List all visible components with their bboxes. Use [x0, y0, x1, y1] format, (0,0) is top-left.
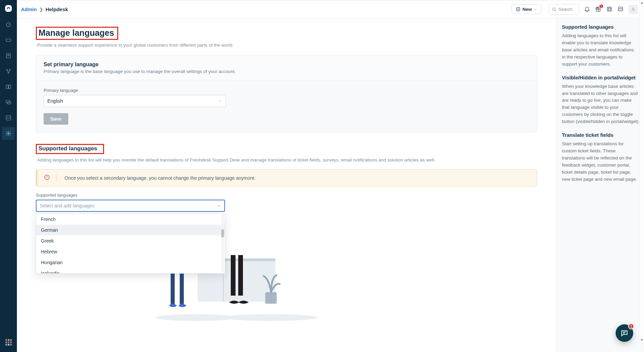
- help-title-3: Translate ticket fields: [562, 132, 639, 138]
- breadcrumb-current: Helpdesk: [46, 6, 68, 12]
- supported-section: Supported languages Adding languages to …: [36, 144, 537, 212]
- warning-text: Once you select a secondary language, yo…: [65, 175, 256, 181]
- gift-badge: 1: [599, 4, 604, 9]
- help-body-3: Start setting up translations for custom…: [562, 141, 639, 183]
- nav-tickets[interactable]: [0, 32, 17, 48]
- topbar: Admin ❯ Helpdesk New Search 1: [17, 0, 644, 19]
- svg-rect-3: [6, 53, 10, 58]
- supported-languages-field: Supported languages Select and add langu…: [36, 193, 537, 212]
- svg-rect-16: [607, 8, 612, 11]
- chat-badge: 1: [628, 323, 634, 329]
- svg-point-4: [8, 54, 9, 56]
- brand-logo[interactable]: [0, 0, 17, 17]
- help-body-1: Adding languages to this list will enabl…: [562, 32, 639, 68]
- help-title-1: Supported languages: [562, 24, 639, 30]
- card-title: Set primary language: [44, 61, 529, 68]
- chevron-up-icon: [217, 204, 221, 208]
- svg-point-7: [8, 72, 9, 73]
- content: Manage languages Provide a seamless supp…: [17, 19, 556, 352]
- svg-point-13: [552, 8, 555, 10]
- warning-banner: Once you select a secondary language, yo…: [36, 169, 537, 186]
- dropdown-scrollbar[interactable]: [221, 215, 224, 273]
- apps-launcher-icon[interactable]: [5, 339, 11, 345]
- option-german[interactable]: German: [36, 225, 225, 235]
- svg-rect-8: [6, 100, 10, 103]
- notifications-icon[interactable]: [584, 6, 590, 13]
- supported-title-wrap: Supported languages: [36, 144, 104, 154]
- breadcrumb: Admin ❯ Helpdesk: [21, 6, 68, 12]
- card-header: Set primary language Primary language is…: [36, 55, 537, 80]
- help-title-2: Visible/Hidden in portal/widget: [562, 75, 639, 80]
- body: Manage languages Provide a seamless supp…: [17, 19, 644, 352]
- nav-social[interactable]: [0, 64, 17, 79]
- help-panel: Supported languages Adding languages to …: [556, 19, 644, 352]
- page-subtitle: Provide a seamless support experience to…: [37, 43, 537, 48]
- nav-dashboard[interactable]: [0, 17, 17, 32]
- option-french[interactable]: French: [36, 214, 225, 225]
- nav-contacts[interactable]: [0, 48, 17, 64]
- left-nav: [0, 0, 17, 352]
- page-title: Manage languages: [36, 27, 118, 40]
- option-greek[interactable]: Greek: [36, 235, 225, 246]
- chat-fab[interactable]: 1: [616, 324, 633, 342]
- svg-point-19: [155, 314, 237, 321]
- page-title-wrap: Manage languages: [36, 27, 118, 40]
- new-button[interactable]: New: [512, 4, 541, 14]
- supported-subtitle: Adding languages to this list will help …: [37, 157, 537, 162]
- svg-point-11: [8, 133, 9, 134]
- svg-point-20: [223, 314, 318, 321]
- supported-title: Supported languages: [39, 145, 97, 152]
- new-button-label: New: [522, 7, 532, 12]
- card-body: Primary language English Save: [36, 80, 537, 132]
- save-button[interactable]: Save: [44, 113, 68, 125]
- option-icelandic[interactable]: Icelandic: [36, 268, 225, 273]
- language-dropdown: French German Greek Hebrew Hungarian Ice…: [36, 213, 225, 274]
- scroll-down-icon[interactable]: ▼: [640, 337, 644, 343]
- nav-forums[interactable]: [0, 95, 17, 110]
- warning-icon: [44, 174, 56, 181]
- primary-language-card: Set primary language Primary language is…: [36, 55, 537, 132]
- avatar[interactable]: [628, 5, 638, 14]
- help-body-2: When your knowledge base articles are tr…: [562, 83, 639, 126]
- svg-rect-2: [6, 39, 11, 42]
- supported-languages-input[interactable]: Select and add languages: [36, 200, 225, 212]
- supported-languages-placeholder: Select and add languages: [40, 203, 95, 208]
- primary-language-value: English: [47, 98, 63, 104]
- marketplace-icon[interactable]: [606, 6, 613, 13]
- chevron-down-icon: [218, 99, 222, 103]
- main-area: Admin ❯ Helpdesk New Search 1: [17, 0, 644, 352]
- store-icon[interactable]: [617, 6, 624, 13]
- nav-solutions[interactable]: [0, 79, 17, 95]
- search-placeholder: Search: [559, 7, 572, 12]
- option-hungarian[interactable]: Hungarian: [36, 257, 225, 268]
- svg-rect-0: [5, 5, 12, 12]
- card-subtitle: Primary language is the base language yo…: [44, 69, 529, 74]
- svg-point-17: [633, 8, 634, 9]
- breadcrumb-admin-link[interactable]: Admin: [21, 6, 37, 12]
- option-hebrew[interactable]: Hebrew: [36, 246, 225, 257]
- top-icons: 1: [584, 5, 638, 14]
- primary-language-label: Primary language: [44, 88, 529, 93]
- language-dropdown-list: French German Greek Hebrew Hungarian Ice…: [36, 214, 225, 273]
- gift-icon[interactable]: 1: [595, 6, 601, 13]
- supported-languages-label: Supported languages: [36, 193, 537, 198]
- nav-admin[interactable]: [2, 127, 15, 140]
- right-scrollbar[interactable]: ▲ ▼: [639, 19, 644, 343]
- app-root: Admin ❯ Helpdesk New Search 1: [0, 0, 644, 352]
- primary-language-select[interactable]: English: [44, 95, 226, 107]
- chevron-right-icon: ❯: [40, 7, 43, 12]
- nav-analytics[interactable]: [0, 110, 17, 126]
- search-input[interactable]: Search: [549, 4, 579, 15]
- svg-rect-26: [265, 292, 277, 304]
